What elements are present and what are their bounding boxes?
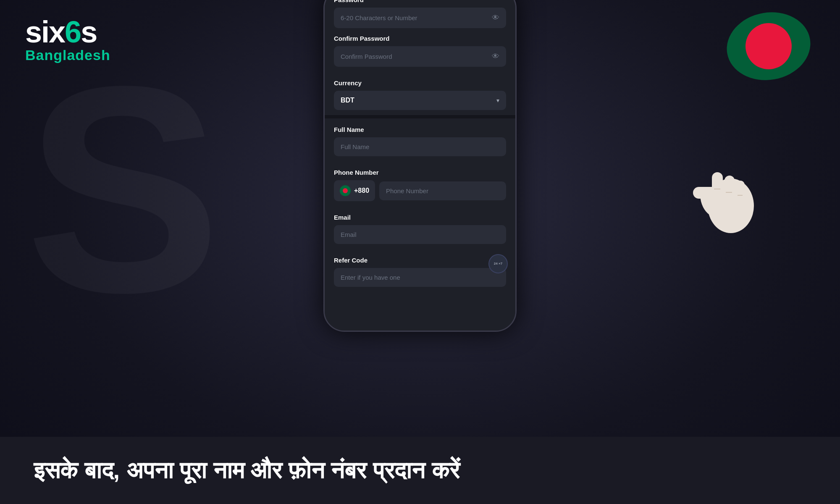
confirm-password-label: Confirm Password xyxy=(334,35,506,42)
email-input-wrapper[interactable]: Email xyxy=(334,225,506,244)
section-divider-1 xyxy=(325,115,515,118)
phone-row: +880 Phone Number xyxy=(334,180,506,201)
phone-screen: Password 6-20 Characters or Number 👁 Con… xyxy=(325,0,515,331)
password-label: Password xyxy=(334,0,506,3)
currency-group: Currency BDT ▾ xyxy=(325,72,515,115)
password-placeholder: 6-20 Characters or Number xyxy=(341,14,488,21)
full-name-label: Full Name xyxy=(334,126,506,133)
svg-rect-6 xyxy=(736,181,745,208)
brand-name: six6s xyxy=(25,17,110,47)
phone-input-field[interactable]: Phone Number xyxy=(379,181,506,200)
confirm-password-input-wrapper[interactable]: Confirm Password 👁 xyxy=(334,46,506,67)
hand-cursor xyxy=(689,147,773,239)
support-24: 24 xyxy=(494,262,498,265)
country-flag xyxy=(340,185,351,196)
phone-mockup: Password 6-20 Characters or Number 👁 Con… xyxy=(323,0,517,332)
phone-number-group: Phone Number +880 Phone Number xyxy=(325,161,515,206)
bottom-instruction-text: इसके बाद, अपना पूरा नाम और फ़ोन नंबर प्र… xyxy=(34,457,459,484)
email-placeholder: Email xyxy=(341,231,499,238)
flag-dot xyxy=(343,188,348,193)
country-selector[interactable]: +880 xyxy=(334,180,375,201)
password-input-wrapper[interactable]: 6-20 Characters or Number 👁 xyxy=(334,8,506,28)
hand-svg xyxy=(689,147,773,239)
country-code: +880 xyxy=(354,187,369,194)
bg-watermark: S xyxy=(25,42,221,336)
support-label: 24 ×7 xyxy=(494,262,502,266)
phone-placeholder: Phone Number xyxy=(386,187,428,194)
logo: six6s Bangladesh xyxy=(25,17,110,63)
refer-code-placeholder: Enter if you have one xyxy=(341,274,499,281)
password-group: Password 6-20 Characters or Number 👁 xyxy=(325,0,515,32)
full-name-placeholder: Full Name xyxy=(341,143,499,150)
phone-frame: Password 6-20 Characters or Number 👁 Con… xyxy=(323,0,517,332)
refer-code-label: Refer Code xyxy=(334,257,506,264)
currency-dropdown-arrow: ▾ xyxy=(496,97,499,104)
brand-tagline: Bangladesh xyxy=(25,47,110,63)
full-name-input-wrapper[interactable]: Full Name xyxy=(334,137,506,156)
currency-value: BDT xyxy=(341,97,354,104)
email-label: Email xyxy=(334,214,506,221)
currency-label: Currency xyxy=(334,79,506,87)
flag-red-circle xyxy=(746,23,792,69)
password-eye-icon[interactable]: 👁 xyxy=(492,13,499,22)
confirm-password-eye-icon[interactable]: 👁 xyxy=(492,52,499,61)
confirm-password-group: Confirm Password Confirm Password 👁 xyxy=(325,32,515,72)
confirm-password-placeholder: Confirm Password xyxy=(341,53,488,60)
bottom-bar: इसके बाद, अपना पूरा नाम और फ़ोन नंबर प्र… xyxy=(0,437,840,504)
email-group: Email Email xyxy=(325,206,515,249)
refer-code-group: Refer Code Enter if you have one 24 ×7 xyxy=(325,249,515,292)
support-badge[interactable]: 24 ×7 xyxy=(488,254,508,273)
phone-number-label: Phone Number xyxy=(334,169,506,176)
flag-bangladesh xyxy=(722,8,815,84)
refer-code-input-wrapper[interactable]: Enter if you have one xyxy=(334,268,506,287)
full-name-group: Full Name Full Name xyxy=(325,118,515,161)
support-x7: ×7 xyxy=(499,262,502,265)
svg-rect-5 xyxy=(724,176,735,208)
currency-dropdown[interactable]: BDT ▾ xyxy=(334,91,506,110)
